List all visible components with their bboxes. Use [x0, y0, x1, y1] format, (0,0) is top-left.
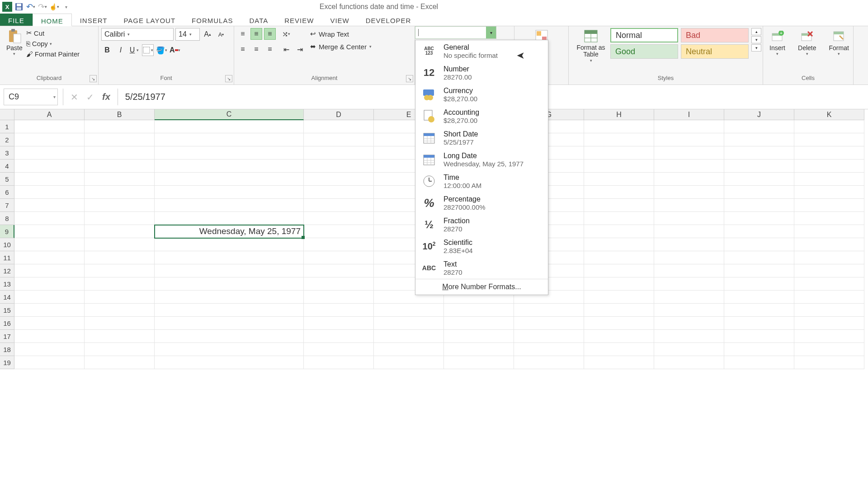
row-header-11[interactable]: 11: [0, 251, 14, 264]
cell-C6[interactable]: [155, 186, 304, 199]
cell-H1[interactable]: [584, 120, 654, 133]
row-header-4[interactable]: 4: [0, 160, 14, 173]
cell-K2[interactable]: [794, 133, 864, 146]
cell-K15[interactable]: [794, 304, 864, 317]
style-bad[interactable]: Bad: [681, 28, 749, 42]
cell-D14[interactable]: [304, 291, 374, 304]
cell-C8[interactable]: [155, 212, 304, 225]
cell-A12[interactable]: [14, 264, 85, 277]
row-header-3[interactable]: 3: [0, 146, 14, 160]
fx-icon[interactable]: fx: [102, 92, 110, 102]
cell-H7[interactable]: [584, 199, 654, 212]
cell-D16[interactable]: [304, 317, 374, 330]
cell-H15[interactable]: [584, 304, 654, 317]
cell-D8[interactable]: [304, 212, 374, 225]
cell-H10[interactable]: [584, 238, 654, 251]
cell-H4[interactable]: [584, 160, 654, 173]
number-format-number[interactable]: 12Number28270.00: [415, 62, 548, 84]
cell-K8[interactable]: [794, 212, 864, 225]
cell-E16[interactable]: [374, 317, 444, 330]
paste-button[interactable]: Paste ▾: [3, 28, 26, 57]
cell-I8[interactable]: [654, 212, 724, 225]
number-format-combo[interactable]: ▾: [415, 26, 496, 39]
cell-K3[interactable]: [794, 146, 864, 160]
cell-G15[interactable]: [514, 304, 584, 317]
cell-J7[interactable]: [724, 199, 794, 212]
align-center-icon[interactable]: ≡: [250, 43, 262, 55]
cell-H14[interactable]: [584, 291, 654, 304]
col-header-A[interactable]: A: [14, 109, 85, 120]
col-header-D[interactable]: D: [304, 109, 374, 120]
clipboard-launcher[interactable]: ↘: [90, 75, 97, 82]
cell-F17[interactable]: [444, 330, 514, 343]
row-header-9[interactable]: 9: [0, 225, 14, 238]
cell-E15[interactable]: [374, 304, 444, 317]
align-right-icon[interactable]: ≡: [264, 43, 276, 55]
cell-C14[interactable]: [155, 291, 304, 304]
cell-I17[interactable]: [654, 330, 724, 343]
cell-I11[interactable]: [654, 251, 724, 264]
cell-H8[interactable]: [584, 212, 654, 225]
cell-B11[interactable]: [85, 251, 155, 264]
cell-A17[interactable]: [14, 330, 85, 343]
cell-J15[interactable]: [724, 304, 794, 317]
cell-A6[interactable]: [14, 186, 85, 199]
name-box[interactable]: C9▾: [4, 89, 58, 105]
format-cells-button[interactable]: Format▾: [825, 28, 852, 57]
cell-C19[interactable]: [155, 356, 304, 369]
cell-A13[interactable]: [14, 277, 85, 291]
cell-I12[interactable]: [654, 264, 724, 277]
cell-E18[interactable]: [374, 343, 444, 356]
cell-B18[interactable]: [85, 343, 155, 356]
cell-I3[interactable]: [654, 146, 724, 160]
cell-D5[interactable]: [304, 173, 374, 186]
cell-I4[interactable]: [654, 160, 724, 173]
cell-J17[interactable]: [724, 330, 794, 343]
cell-B5[interactable]: [85, 173, 155, 186]
cell-D6[interactable]: [304, 186, 374, 199]
cell-K4[interactable]: [794, 160, 864, 173]
style-neutral[interactable]: Neutral: [681, 44, 749, 59]
cell-I14[interactable]: [654, 291, 724, 304]
number-format-accounting[interactable]: Accounting$28,270.00: [415, 105, 548, 127]
cell-F15[interactable]: [444, 304, 514, 317]
cell-E17[interactable]: [374, 330, 444, 343]
cell-J16[interactable]: [724, 317, 794, 330]
style-normal[interactable]: Normal: [610, 28, 678, 42]
insert-cells-button[interactable]: + Insert▾: [766, 28, 789, 57]
number-format-time[interactable]: Time12:00:00 AM: [415, 170, 548, 192]
cell-I9[interactable]: [654, 225, 724, 238]
row-header-18[interactable]: 18: [0, 343, 14, 356]
cell-C7[interactable]: [155, 199, 304, 212]
cell-A11[interactable]: [14, 251, 85, 264]
cell-J19[interactable]: [724, 356, 794, 369]
cell-J2[interactable]: [724, 133, 794, 146]
cell-H18[interactable]: [584, 343, 654, 356]
cell-H11[interactable]: [584, 251, 654, 264]
cell-D10[interactable]: [304, 238, 374, 251]
cell-H9[interactable]: [584, 225, 654, 238]
cell-J9[interactable]: [724, 225, 794, 238]
row-header-1[interactable]: 1: [0, 120, 14, 133]
cell-B8[interactable]: [85, 212, 155, 225]
number-format-text[interactable]: ABCText28270: [415, 257, 548, 279]
cell-B2[interactable]: [85, 133, 155, 146]
cell-I7[interactable]: [654, 199, 724, 212]
styles-scroll-up[interactable]: ▴: [751, 28, 761, 35]
cell-J6[interactable]: [724, 186, 794, 199]
style-good[interactable]: Good: [610, 44, 678, 59]
cell-I19[interactable]: [654, 356, 724, 369]
col-header-I[interactable]: I: [654, 109, 724, 120]
number-format-scientific[interactable]: 102Scientific2.83E+04: [415, 235, 548, 257]
number-format-currency[interactable]: Currency$28,270.00: [415, 84, 548, 105]
cell-I13[interactable]: [654, 277, 724, 291]
cell-K7[interactable]: [794, 199, 864, 212]
cell-H13[interactable]: [584, 277, 654, 291]
cell-G18[interactable]: [514, 343, 584, 356]
col-header-B[interactable]: B: [85, 109, 155, 120]
row-header-6[interactable]: 6: [0, 186, 14, 199]
undo-icon[interactable]: ↶▾: [25, 1, 36, 12]
row-header-7[interactable]: 7: [0, 199, 14, 212]
cell-J8[interactable]: [724, 212, 794, 225]
cell-D1[interactable]: [304, 120, 374, 133]
